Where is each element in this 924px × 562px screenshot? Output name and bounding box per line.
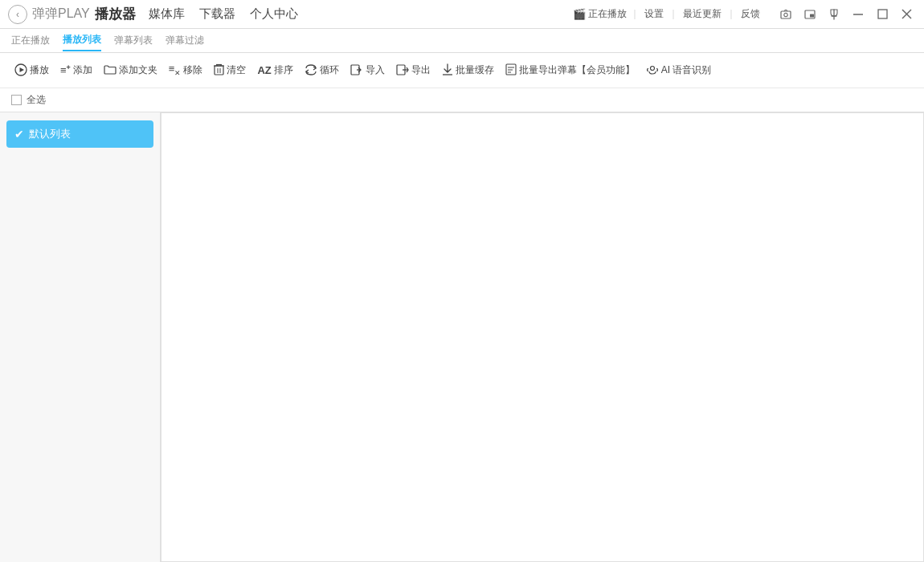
nav-download[interactable]: 下载器 (199, 5, 235, 23)
minimize-button[interactable] (847, 3, 869, 26)
remove-label: 移除 (183, 63, 202, 77)
maximize-button[interactable] (871, 3, 893, 26)
svg-rect-0 (781, 11, 791, 18)
add-folder-button[interactable]: 添加文夹 (99, 60, 162, 80)
download-icon (442, 63, 453, 77)
add-button[interactable]: ≡+ 添加 (55, 60, 97, 80)
svg-rect-5 (878, 10, 887, 18)
playlist-sidebar: ✔ 默认列表 (0, 112, 161, 562)
main-list (161, 112, 924, 562)
settings-link[interactable]: 设置 (640, 7, 668, 21)
sep1: ｜ (630, 7, 640, 21)
now-playing-icon: 🎬 (573, 8, 586, 20)
clear-label: 清空 (227, 63, 246, 77)
playlist-content (161, 112, 924, 562)
import-icon (350, 64, 363, 77)
select-all-checkbox[interactable] (11, 95, 22, 105)
sort-label: 排序 (274, 63, 293, 77)
sort-icon: AZ (257, 65, 271, 75)
toolbar: 播放 ≡+ 添加 添加文夹 ≡✕ 移除 清空 (0, 53, 924, 88)
window-controls (775, 3, 918, 26)
check-icon: ✔ (14, 128, 24, 140)
select-all-bar: 全选 (0, 88, 924, 112)
export-label: 导出 (411, 63, 431, 77)
pip-button[interactable] (799, 3, 821, 26)
folder-icon (104, 64, 117, 76)
now-playing-badge[interactable]: 🎬 正在播放 (573, 7, 627, 21)
app-title-play: 弹弹PLAY (32, 6, 90, 22)
import-button[interactable]: 导入 (345, 60, 390, 80)
select-all-label: 全选 (27, 93, 46, 107)
now-playing-label: 正在播放 (588, 7, 627, 21)
ai-voice-button[interactable]: AI 语音识别 (641, 60, 717, 81)
clear-button[interactable]: 清空 (209, 60, 251, 80)
pin-button[interactable] (823, 3, 845, 26)
main-nav: 媒体库 下载器 个人中心 (149, 5, 298, 23)
batch-cache-label: 批量缓存 (456, 63, 494, 77)
sep2: ｜ (668, 7, 678, 21)
batch-export-danmaku-label: 批量导出弹幕【会员功能】 (519, 63, 635, 77)
subnav-playlist[interactable]: 播放列表 (63, 30, 101, 51)
ai-voice-label: AI 语音识别 (661, 63, 712, 77)
app-title-bold: 播放器 (95, 5, 136, 23)
sidebar-item-default[interactable]: ✔ 默认列表 (6, 120, 153, 148)
svg-rect-3 (810, 14, 814, 17)
title-bar: ‹ 弹弹PLAY 播放器 媒体库 下载器 个人中心 🎬 正在播放 ｜ 设置 ｜ … (0, 0, 924, 29)
subnav-danmaku-list[interactable]: 弹幕列表 (114, 31, 153, 51)
batch-cache-button[interactable]: 批量缓存 (437, 60, 499, 80)
batch-export-danmaku-button[interactable]: 批量导出弹幕【会员功能】 (501, 60, 640, 80)
play-label: 播放 (30, 63, 49, 77)
sidebar-item-label: 默认列表 (29, 127, 71, 141)
loop-button[interactable]: 循环 (300, 60, 344, 80)
sep3: ｜ (726, 7, 736, 21)
import-label: 导入 (366, 63, 385, 77)
header-links: 🎬 正在播放 ｜ 设置 ｜ 最近更新 ｜ 反馈 (573, 7, 765, 21)
content-area: ✔ 默认列表 (0, 112, 924, 562)
feedback-link[interactable]: 反馈 (736, 7, 765, 21)
svg-point-1 (784, 13, 787, 16)
screenshot-button[interactable] (775, 3, 797, 26)
subnav-danmaku-filter[interactable]: 弹幕过滤 (166, 31, 204, 51)
back-button[interactable]: ‹ (8, 5, 27, 24)
sort-button[interactable]: AZ 排序 (252, 60, 297, 80)
add-folder-label: 添加文夹 (119, 63, 157, 77)
svg-marker-9 (20, 67, 25, 72)
trash-icon (214, 63, 224, 77)
nav-profile[interactable]: 个人中心 (250, 5, 298, 23)
updates-link[interactable]: 最近更新 (678, 7, 726, 21)
subnav-nowplaying[interactable]: 正在播放 (11, 31, 50, 51)
export-button[interactable]: 导出 (391, 60, 435, 80)
add-icon: ≡+ (60, 64, 71, 75)
title-right: 🎬 正在播放 ｜ 设置 ｜ 最近更新 ｜ 反馈 (573, 3, 918, 26)
loop-icon (305, 64, 317, 77)
export-icon (396, 64, 409, 77)
back-icon: ‹ (16, 9, 19, 20)
svg-point-26 (650, 66, 654, 70)
play-icon (14, 63, 27, 78)
title-left: ‹ 弹弹PLAY 播放器 媒体库 下载器 个人中心 (8, 5, 298, 24)
svg-rect-10 (215, 66, 223, 75)
play-button[interactable]: 播放 (10, 60, 54, 81)
batch-export-icon (505, 63, 517, 77)
sub-nav: 正在播放 播放列表 弹幕列表 弹幕过滤 (0, 29, 924, 53)
add-label: 添加 (73, 63, 92, 77)
close-button[interactable] (895, 3, 918, 26)
remove-button[interactable]: ≡✕ 移除 (164, 60, 208, 80)
nav-media[interactable]: 媒体库 (149, 5, 185, 23)
loop-label: 循环 (320, 63, 339, 77)
ai-voice-icon (646, 63, 659, 78)
remove-icon: ≡✕ (169, 63, 182, 77)
